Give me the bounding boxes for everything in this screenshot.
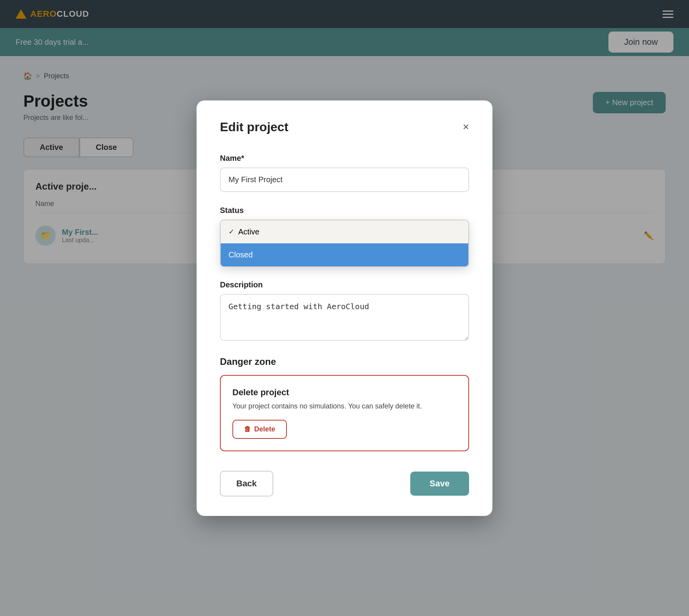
- modal-footer: Back Save: [220, 471, 469, 496]
- status-option-active[interactable]: ✓ Active: [221, 220, 468, 243]
- danger-zone-title: Danger zone: [220, 356, 469, 367]
- save-button[interactable]: Save: [410, 472, 469, 496]
- description-form-group: Description Getting started with AeroClo…: [220, 280, 469, 342]
- status-select-wrapper: ✓ Active Closed: [220, 220, 469, 266]
- edit-project-modal: Edit project × Name* Status ✓ Active Clo…: [197, 100, 492, 516]
- delete-project-text: Your project contains no simulations. Yo…: [232, 402, 457, 410]
- delete-project-title: Delete project: [232, 387, 457, 398]
- danger-zone-section: Danger zone Delete project Your project …: [220, 356, 469, 451]
- status-option-active-label: Active: [238, 227, 259, 236]
- status-option-closed[interactable]: Closed: [221, 243, 468, 266]
- delete-button[interactable]: 🗑 Delete: [232, 420, 287, 439]
- description-label: Description: [220, 280, 469, 289]
- check-icon: ✓: [228, 227, 234, 236]
- trash-icon: 🗑: [244, 425, 251, 433]
- name-input[interactable]: [220, 167, 469, 192]
- modal-title: Edit project: [220, 120, 288, 134]
- danger-box: Delete project Your project contains no …: [220, 375, 469, 451]
- modal-overlay[interactable]: Edit project × Name* Status ✓ Active Clo…: [0, 0, 689, 616]
- status-form-group: Status ✓ Active Closed: [220, 206, 469, 266]
- name-label: Name*: [220, 154, 469, 163]
- modal-header: Edit project ×: [220, 120, 469, 134]
- description-textarea[interactable]: Getting started with AeroCloud: [220, 294, 469, 341]
- back-button[interactable]: Back: [220, 471, 273, 496]
- status-label: Status: [220, 206, 469, 215]
- delete-label: Delete: [254, 425, 275, 433]
- modal-close-button[interactable]: ×: [463, 121, 469, 132]
- status-option-closed-label: Closed: [228, 250, 253, 259]
- status-dropdown-menu: ✓ Active Closed: [220, 220, 469, 267]
- name-form-group: Name*: [220, 154, 469, 192]
